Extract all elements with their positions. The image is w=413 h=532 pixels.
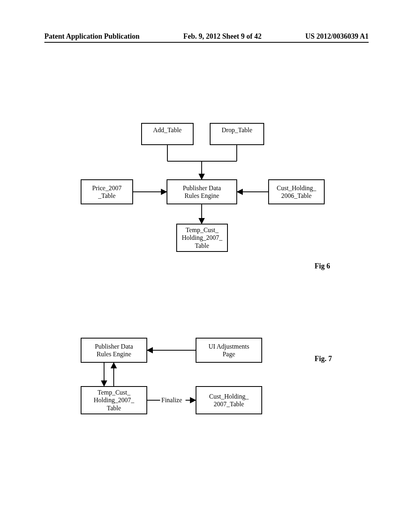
box-temp-cust-holding-2007-table-fig7: Temp_Cust_Holding_2007_Table (81, 386, 147, 414)
box-cust-holding-2006-table: Cust_Holding_2006_Table (268, 179, 325, 204)
box-add-table: Add_Table (141, 123, 194, 145)
header-rule (44, 42, 369, 43)
header-center: Feb. 9, 2012 Sheet 9 of 42 (184, 32, 262, 41)
edge-label-finalize: Finalize (161, 397, 182, 404)
box-ui-adjustments-page: UI AdjustmentsPage (196, 338, 262, 363)
box-cust-holding-2007-table: Cust_Holding_2007_Table (196, 386, 262, 414)
figure-6-label: Fig 6 (315, 262, 330, 270)
box-publisher-data-rules-engine-fig7: Publisher DataRules Engine (81, 338, 147, 363)
box-publisher-data-rules-engine-fig6: Publisher DataRules Engine (167, 179, 237, 204)
page-header: Patent Application Publication Feb. 9, 2… (0, 32, 413, 41)
box-price-2007-table: Price_2007_Table (81, 179, 133, 204)
header-right: US 2012/0036039 A1 (305, 32, 369, 41)
page-root: Patent Application Publication Feb. 9, 2… (0, 0, 413, 532)
connectors-svg (0, 0, 413, 532)
box-drop-table: Drop_Table (210, 123, 264, 145)
header-left: Patent Application Publication (44, 32, 140, 41)
figure-7-label: Fig. 7 (315, 355, 332, 363)
box-temp-cust-holding-2007-table-fig6: Temp_Cust_Holding_2007_Table (176, 224, 228, 252)
